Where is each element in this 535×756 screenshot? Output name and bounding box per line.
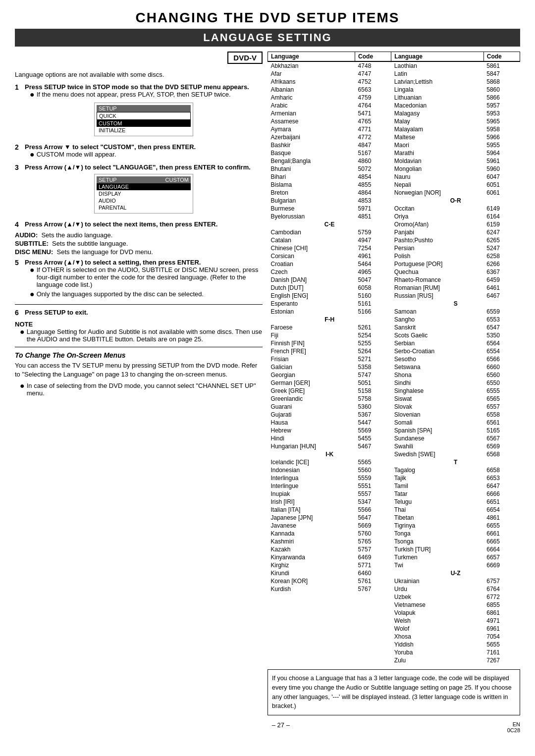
note-text-1: Language Setting for Audio and Subtitle … — [27, 328, 263, 343]
note-label: NOTE — [15, 321, 263, 328]
table-row: Estonian5166Samoan6559 — [268, 308, 520, 316]
lang-name-right: Moldavian — [391, 157, 483, 165]
table-row: French [FRE]5264Serbo-Croatian6554 — [268, 347, 520, 355]
footer-model: 0C28 — [507, 727, 520, 733]
table-row: Hungarian [HUN]5467Swahili6569 — [268, 442, 520, 450]
lang-name-left — [268, 609, 355, 617]
screen1-item-initialize: INITIALIZE — [97, 127, 191, 134]
step-2-content: Press Arrow ▼ to select "CUSTOM", then p… — [25, 143, 263, 161]
lang-name-left: Irish [IRI] — [268, 498, 355, 506]
lang-name-left: Greenlandic — [268, 395, 355, 403]
lang-code-left: 5669 — [355, 522, 391, 530]
bullet-dot-note: ● — [20, 328, 25, 336]
divider-1 — [15, 304, 263, 305]
lang-name-left: Hindi — [268, 434, 355, 442]
lang-code-right: 6664 — [483, 545, 520, 553]
lang-code-right: 7267 — [483, 656, 520, 664]
lang-name-right: Romanian [RUM] — [391, 284, 483, 292]
lang-name-left: Afar — [268, 70, 355, 78]
lang-code-left: 5771 — [355, 561, 391, 569]
lang-name-left: French [FRE] — [268, 347, 355, 355]
step-5: 5 Press Arrow (▲/▼) to select a setting,… — [15, 259, 263, 300]
table-row: Bislama4855Nepali6051 — [268, 181, 520, 189]
step-4: 4 Press Arrow (▲/▼) to select the next i… — [15, 220, 263, 228]
lang-code-left: 5467 — [355, 442, 391, 450]
lang-code-left: 5455 — [355, 434, 391, 442]
lang-name-left: Galician — [268, 363, 355, 371]
lang-code-right: 5655 — [483, 641, 520, 648]
lang-name-right: Lithuanian — [391, 94, 483, 102]
lang-code-left: 5759 — [355, 228, 391, 236]
step-5-num: 5 — [15, 259, 23, 300]
table-row-mixed: Esperanto5161S — [268, 300, 520, 308]
table-row: Italian [ITA]5566Thai6654 — [268, 506, 520, 514]
lang-code-left: 6058 — [355, 284, 391, 292]
lang-code: 6159 — [483, 220, 520, 228]
bottom-note: If you choose a Language that has a 3 le… — [268, 669, 520, 715]
lang-name-right: Swahili — [391, 442, 483, 450]
lang-code-left: 5557 — [355, 490, 391, 498]
language-note: Language options are not available with … — [15, 71, 263, 78]
lang-name-left: Cambodian — [268, 228, 355, 236]
lang-code-left: 4854 — [355, 173, 391, 181]
footer-center: – 27 – — [54, 721, 507, 733]
section-label-left: C-E — [268, 220, 391, 228]
table-row: Indonesian5560Tagalog6658 — [268, 466, 520, 474]
lang-name-right: Maori — [391, 141, 483, 149]
lang-code-left: 5971 — [355, 205, 391, 213]
lang-code-left: 4961 — [355, 252, 391, 260]
table-row: Greenlandic5758Siswat6565 — [268, 395, 520, 403]
lang-name-left: Bislama — [268, 181, 355, 189]
lang-name-left: Kazakh — [268, 545, 355, 553]
lang-name-right: Volapuk — [391, 609, 483, 617]
table-row: Abkhazian4748Laothian5861 — [268, 61, 520, 70]
lang-name-left: Finnish [FIN] — [268, 339, 355, 347]
table-row: Vietnamese6855 — [268, 601, 520, 609]
table-row: Kashmiri5765Tsonga6665 — [268, 538, 520, 545]
footer: – 27 – EN 0C28 — [15, 721, 520, 733]
lang-name: Swedish [SWE] — [391, 450, 483, 458]
screen2-item-display: DISPLAY — [97, 190, 191, 197]
lang-name-right: Thai — [391, 506, 483, 514]
lang-code-right: 6661 — [483, 530, 520, 538]
table-row: Galician5358Setswana6660 — [268, 363, 520, 371]
lang-name-left: Hungarian [HUN] — [268, 442, 355, 450]
lang-code-left: 5264 — [355, 347, 391, 355]
lang-code-right: 6772 — [483, 593, 520, 601]
lang-code-right: 6149 — [483, 205, 520, 213]
lang-code-right: 5866 — [483, 94, 520, 102]
table-row: Dutch [DUT]6058Romanian [RUM]6461 — [268, 284, 520, 292]
lang-code-right: 5953 — [483, 109, 520, 117]
lang-name-left: Hebrew — [268, 427, 355, 434]
lang-code-left: 5765 — [355, 538, 391, 545]
lang-code-left: 5757 — [355, 545, 391, 553]
lang-code-left: 5051 — [355, 379, 391, 387]
lang-code-left: 6563 — [355, 86, 391, 94]
lang-code-left — [355, 625, 391, 633]
lang-name-right: Tatar — [391, 490, 483, 498]
bullet-dot-sub: ● — [20, 382, 25, 390]
lang-code-right: 6047 — [483, 173, 520, 181]
lang-name-right: Marathi — [391, 149, 483, 157]
lang-name-left: Interlingua — [268, 474, 355, 482]
lang-code-right: 6554 — [483, 347, 520, 355]
lang-name: Kirundi — [268, 569, 355, 577]
table-row-mixed: C-EOromo(Afan)6159 — [268, 220, 520, 228]
lang-code-left: 4765 — [355, 117, 391, 125]
lang-name-left: Indonesian — [268, 466, 355, 474]
language-table: Language Code Language Code Abkhazian474… — [268, 52, 520, 664]
col4-header: Code — [483, 52, 520, 62]
lang-name-right: Maltese — [391, 133, 483, 141]
lang-code-left: 5560 — [355, 466, 391, 474]
lang-name: Oromo(Afan) — [391, 220, 483, 228]
lang-name-right: Lingala — [391, 86, 483, 94]
table-row: Afrikaans4752Latvian;Lettish5868 — [268, 78, 520, 86]
sub-section-bullet-text: In case of selecting from the DVD mode, … — [27, 382, 263, 397]
lang-code-right: 6557 — [483, 403, 520, 411]
lang-code-left: 4860 — [355, 157, 391, 165]
lang-name-right: Laothian — [391, 61, 483, 70]
lang-code-left: 5447 — [355, 419, 391, 427]
lang-code-left — [355, 617, 391, 625]
lang-code-left: 5464 — [355, 260, 391, 268]
lang-code-right: 6565 — [483, 395, 520, 403]
